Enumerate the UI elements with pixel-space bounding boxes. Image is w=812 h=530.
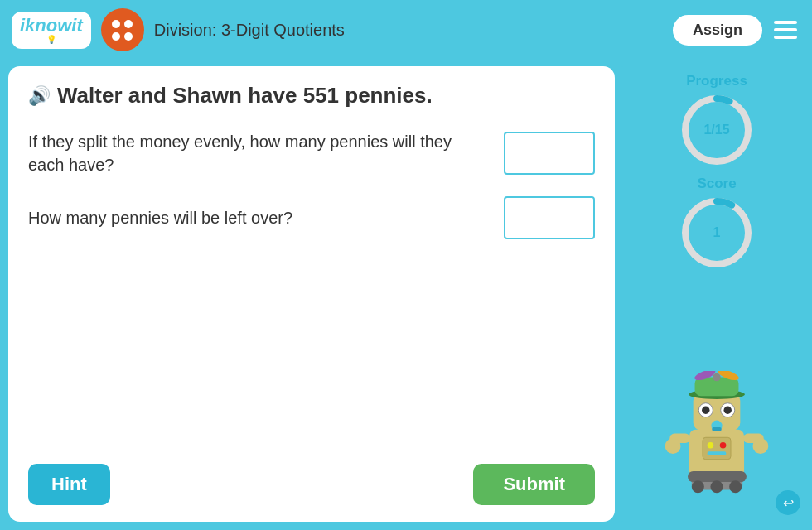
- dot2: [124, 20, 133, 28]
- progress-text: 1/15: [703, 123, 729, 137]
- mascot-robot-svg: [659, 371, 775, 512]
- progress-circle: 1/15: [679, 93, 754, 167]
- back-button[interactable]: ↩: [776, 490, 800, 515]
- svg-point-8: [713, 373, 720, 381]
- svg-point-24: [710, 480, 723, 493]
- dot4: [124, 32, 133, 41]
- right-panel: Progress 1/15 Score 1: [630, 66, 804, 522]
- answer-input-2[interactable]: [504, 196, 595, 239]
- speaker-icon[interactable]: 🔊: [28, 85, 51, 107]
- svg-point-27: [708, 442, 714, 449]
- main-area: 🔊 Walter and Shawn have 551 pennies. If …: [0, 60, 812, 530]
- svg-point-19: [665, 438, 681, 454]
- sub-questions: If they split the money evenly, how many…: [28, 130, 595, 447]
- menu-button[interactable]: [771, 17, 800, 42]
- main-question-text: Walter and Shawn have 551 pennies.: [57, 83, 433, 108]
- score-label: Score: [697, 176, 736, 192]
- sub-question-row-1: If they split the money evenly, how many…: [28, 130, 595, 176]
- menu-line-3: [774, 36, 797, 39]
- dot3: [112, 32, 120, 41]
- submit-button[interactable]: Submit: [473, 464, 595, 505]
- dice-icon: [101, 8, 144, 51]
- lesson-title: Division: 3-Digit Quotients: [154, 21, 663, 40]
- question-header: 🔊 Walter and Shawn have 551 pennies.: [28, 83, 595, 108]
- hint-button[interactable]: Hint: [28, 464, 110, 505]
- dice-dots: [109, 17, 136, 44]
- mascot-area: [659, 278, 775, 515]
- score-text: 1: [713, 225, 721, 240]
- app-header: iknowit 💡 Division: 3-Digit Quotients As…: [0, 0, 812, 60]
- svg-rect-26: [703, 437, 731, 459]
- svg-point-25: [729, 480, 742, 493]
- svg-point-14: [724, 407, 732, 414]
- progress-section: Progress 1/15: [679, 73, 754, 167]
- svg-point-28: [720, 442, 727, 449]
- panel-divider: [621, 66, 623, 522]
- assign-button[interactable]: Assign: [673, 15, 762, 46]
- menu-line-2: [774, 28, 797, 31]
- bottom-buttons: Hint Submit: [28, 464, 595, 505]
- answer-input-1[interactable]: [504, 132, 595, 175]
- svg-point-20: [752, 438, 768, 454]
- svg-point-23: [692, 480, 704, 493]
- score-circle: 1: [679, 195, 754, 270]
- svg-point-12: [702, 407, 709, 414]
- svg-rect-29: [708, 451, 727, 455]
- back-icon: ↩: [783, 495, 794, 511]
- svg-rect-16: [712, 427, 721, 431]
- svg-rect-22: [688, 471, 747, 482]
- progress-label: Progress: [686, 73, 747, 89]
- sub-question-1-text: If they split the money evenly, how many…: [28, 130, 487, 176]
- sub-question-row-2: How many pennies will be left over?: [28, 196, 595, 239]
- logo-text: iknowit: [20, 17, 83, 35]
- left-panel: 🔊 Walter and Shawn have 551 pennies. If …: [8, 66, 615, 522]
- logo-bulb-icon: 💡: [46, 35, 56, 44]
- logo: iknowit 💡: [12, 12, 91, 49]
- header-right: Assign: [673, 15, 800, 46]
- score-section: Score 1: [679, 176, 754, 270]
- sub-question-2-text: How many pennies will be left over?: [28, 206, 487, 229]
- menu-line-1: [774, 21, 797, 24]
- dot1: [112, 20, 120, 28]
